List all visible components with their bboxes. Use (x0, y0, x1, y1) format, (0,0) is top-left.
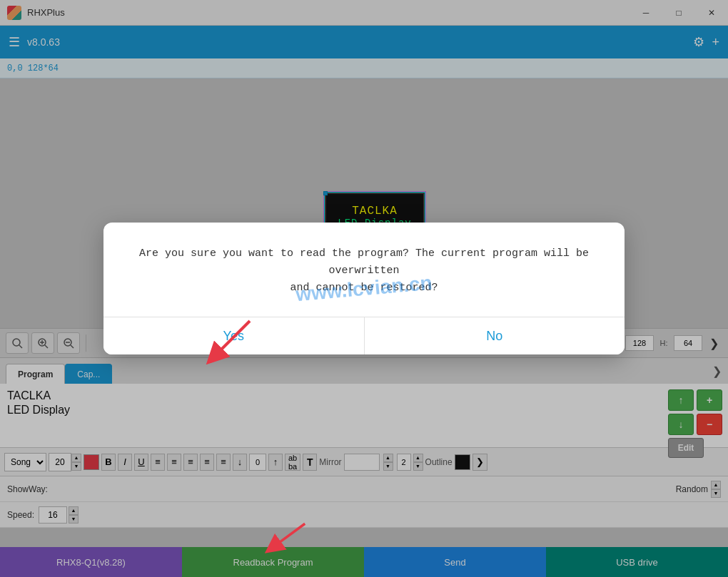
dialog-body: Are you sure you want to read the progra… (103, 223, 625, 297)
modal-overlay: Are you sure you want to read the progra… (0, 0, 728, 577)
yes-button[interactable]: Yes (103, 317, 364, 354)
dialog-message: Are you sure you want to read the progra… (132, 245, 596, 297)
dialog-buttons: Yes No (103, 317, 625, 354)
no-button[interactable]: No (365, 317, 625, 354)
confirmation-dialog: Are you sure you want to read the progra… (103, 223, 625, 354)
